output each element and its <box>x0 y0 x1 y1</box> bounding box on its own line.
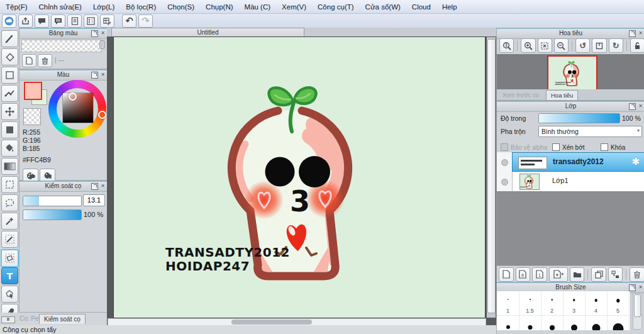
zoom-actual-button[interactable]: 1 <box>499 38 514 53</box>
layer-settings-gear-icon[interactable]: ✱ <box>631 156 640 167</box>
menu-item-color[interactable]: Màu (C) <box>239 2 277 12</box>
reset-rotation-button[interactable] <box>592 38 606 53</box>
brush-size-scrollbar[interactable] <box>633 293 642 330</box>
navigator-thumbnail[interactable] <box>547 55 597 91</box>
menu-item-layer[interactable]: Lớp(L) <box>87 2 120 12</box>
layer-visibility-toggle[interactable] <box>497 172 513 191</box>
new-layer-button[interactable] <box>499 267 514 282</box>
lock-checkbox[interactable]: Khóa <box>601 141 625 152</box>
cloud-sync-button[interactable] <box>2 14 16 28</box>
close-icon[interactable]: ✕ <box>638 30 643 36</box>
tool-select-eraser[interactable] <box>1 249 19 267</box>
document-button[interactable] <box>67 14 82 28</box>
popout-icon[interactable] <box>91 30 98 37</box>
rotate-cw-button[interactable]: ↻ <box>609 38 623 53</box>
transparent-color-swatch[interactable] <box>23 108 41 125</box>
clip-checkbox[interactable]: Xén bớt <box>552 141 584 152</box>
navigator-view[interactable] <box>497 54 644 89</box>
menu-item-file[interactable]: Tệp(F) <box>0 2 33 12</box>
menu-item-capture[interactable]: Chụp(N) <box>200 2 238 12</box>
brush-size-cell[interactable]: 2 <box>541 291 564 316</box>
tool-select-lasso[interactable] <box>1 194 18 211</box>
brush-size-cell[interactable]: 4 <box>585 291 608 316</box>
new-swatch-button[interactable] <box>22 54 36 67</box>
brush-size-cell[interactable] <box>607 315 630 330</box>
brush-size-cell[interactable] <box>585 315 608 330</box>
close-icon[interactable]: ✕ <box>100 183 106 189</box>
customize-button[interactable] <box>100 14 114 28</box>
tool-gradient[interactable] <box>1 158 18 175</box>
brush-size-cell[interactable]: 5 <box>607 291 630 316</box>
fit-view-button[interactable] <box>538 38 552 53</box>
menu-item-view[interactable]: Xem(V) <box>276 2 312 12</box>
popout-icon[interactable] <box>91 183 98 190</box>
new-1bit-layer-button[interactable]: 1 <box>532 267 547 282</box>
scroll-thumb[interactable] <box>487 39 496 313</box>
menu-item-help[interactable]: Help <box>436 2 463 12</box>
saturation-value-square[interactable] <box>63 93 93 123</box>
zoom-out-button[interactable] <box>554 38 569 53</box>
tool-move[interactable] <box>1 103 18 120</box>
chat-button[interactable] <box>51 14 65 28</box>
delete-swatch-button[interactable] <box>38 54 52 67</box>
delete-layer-button[interactable] <box>630 267 644 282</box>
tool-curve[interactable] <box>1 85 18 102</box>
upload-button[interactable] <box>18 14 33 28</box>
brush-size-value[interactable]: 13.1 <box>83 194 105 206</box>
foreground-color-swatch[interactable] <box>24 82 42 100</box>
rotate-ccw-button[interactable]: ↺ <box>575 38 590 53</box>
tool-shape-rect[interactable] <box>1 67 18 84</box>
tool-path-edit[interactable] <box>1 286 18 303</box>
brush-size-slider[interactable] <box>23 196 82 206</box>
tool-bucket[interactable] <box>1 140 18 157</box>
sv-marker[interactable] <box>69 92 77 101</box>
close-icon[interactable]: ✕ <box>638 284 643 290</box>
popout-icon[interactable] <box>629 103 636 110</box>
popout-icon[interactable] <box>91 72 98 79</box>
undo-button[interactable]: ↶ <box>122 14 136 28</box>
brush-size-cell[interactable]: 3 <box>563 291 586 316</box>
tool-select-pen[interactable] <box>1 231 18 248</box>
settings-form-button[interactable] <box>84 14 98 28</box>
comment-button[interactable] <box>35 14 49 28</box>
popout-icon[interactable] <box>629 30 636 37</box>
menu-item-edit[interactable]: Chỉnh sửa(E) <box>33 2 87 12</box>
tab-brush-control[interactable]: Kiểm soát cọ <box>39 314 86 324</box>
popout-icon[interactable] <box>629 284 636 291</box>
tab-brush-preview[interactable]: Xem trước cọ <box>498 90 543 99</box>
tool-brush[interactable] <box>1 30 18 47</box>
tool-select-rect[interactable] <box>1 176 18 193</box>
layer-row-selected[interactable]: transadty2012 ✱ <box>497 152 644 172</box>
layer-row[interactable]: Lớp1 <box>497 172 644 192</box>
layer-visibility-toggle[interactable] <box>497 152 513 172</box>
zoom-in-button[interactable] <box>521 38 535 53</box>
new-pixel-layer-button[interactable]: 8 <box>516 267 531 282</box>
menu-item-tool[interactable]: Công cụ(T) <box>312 2 360 12</box>
document-tab[interactable]: Untitled <box>111 28 304 36</box>
scroll-thumb[interactable] <box>231 320 312 325</box>
menu-item-window[interactable]: Cửa sổ(W) <box>360 2 406 12</box>
close-icon[interactable]: ✕ <box>100 72 106 77</box>
tool-eraser[interactable] <box>1 48 18 65</box>
tool-magic-wand[interactable] <box>1 213 18 230</box>
tab-navigator[interactable]: Hoa tiêu <box>546 90 578 100</box>
canvas-vertical-scrollbar[interactable] <box>487 37 496 318</box>
brush-size-cell[interactable] <box>497 315 519 330</box>
brush-size-cell[interactable] <box>519 315 541 330</box>
close-icon[interactable]: ✕ <box>638 103 643 109</box>
hue-marker[interactable] <box>98 111 106 119</box>
layer-opacity-slider[interactable] <box>538 113 620 123</box>
drawing-canvas[interactable] <box>114 37 485 318</box>
redo-button[interactable]: ↷ <box>138 14 153 28</box>
menu-item-select[interactable]: Chọn(S) <box>162 2 200 12</box>
menu-item-cloud[interactable]: Cloud <box>406 2 436 12</box>
duplicate-layer-button[interactable] <box>591 267 606 282</box>
brush-opacity-slider[interactable] <box>23 209 82 220</box>
alpha-protect-checkbox[interactable]: Bảo vệ alpha <box>501 141 547 152</box>
brush-size-cell[interactable]: 1.5 <box>519 291 541 316</box>
lock-view-button[interactable] <box>630 38 644 53</box>
brush-size-cell[interactable] <box>541 315 564 330</box>
close-icon[interactable]: ✕ <box>100 30 106 36</box>
tool-fill-solid[interactable] <box>1 121 18 138</box>
blend-mode-dropdown[interactable]: Bình thường ▾ <box>538 126 642 137</box>
